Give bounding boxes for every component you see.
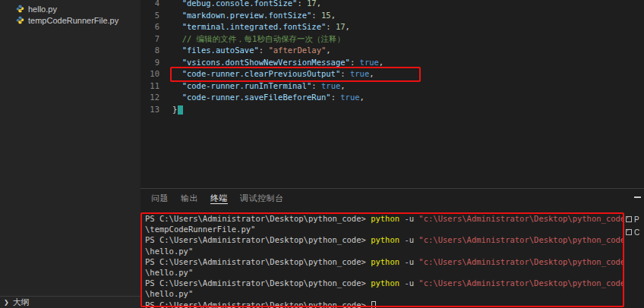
line-number: 6 (140, 21, 159, 33)
line-number: 7 (140, 33, 159, 46)
terminal-icon (626, 229, 632, 235)
terminal-line: \hello.py" (145, 267, 624, 278)
terminal-line: PS C:\Users\Administrator\Desktop\python… (145, 234, 624, 245)
terminal-line: \hello.py" (145, 288, 624, 299)
line-number: 10 (140, 68, 159, 80)
panel-tab-terminal[interactable]: 终端 (204, 189, 234, 207)
terminal-line: PS C:\Users\Administrator\Desktop\python… (145, 278, 624, 288)
file-list: hello.pytempCodeRunnerFile.py (0, 0, 140, 26)
code-editor[interactable]: 4 "debug.console.fontSize": 17,5 "markdo… (140, 0, 644, 188)
code-line: 11 "code-runner.runInTerminal": true, (140, 80, 644, 93)
file-name: hello.py (28, 5, 57, 14)
line-number: 8 (140, 45, 159, 57)
explorer-sidebar: hello.pytempCodeRunnerFile.py ❯ 大纲 (0, 0, 140, 308)
code-line: 9 "vsicons.dontShowNewVersionMessage": t… (140, 57, 644, 69)
file-item-hello-py[interactable]: hello.py (0, 3, 140, 14)
python-icon (16, 5, 24, 13)
file-name: tempCodeRunnerFile.py (28, 16, 118, 25)
terminal-instance-list: PC (624, 214, 644, 237)
terminal-line: \hello.py" (145, 246, 624, 256)
line-number: 9 (140, 57, 159, 69)
panel-tab-bar: 问题输出终端调试控制台 (140, 189, 644, 207)
panel-tab-problems[interactable]: 问题 (145, 189, 175, 207)
terminal-line: PS C:\Users\Administrator\Desktop\python… (145, 256, 624, 267)
terminal-list-item[interactable]: P (624, 214, 644, 225)
code-line: 4 "debug.console.fontSize": 17, (140, 0, 644, 10)
bottom-panel: 问题输出终端调试控制台 PS C:\Users\Administrator\De… (140, 188, 644, 308)
terminal-list-item[interactable]: C (624, 227, 644, 237)
panel-tab-output[interactable]: 输出 (175, 189, 204, 207)
editor-cursor (178, 105, 183, 115)
line-number: 12 (140, 92, 159, 104)
file-item-tempCodeRunnerFile-py[interactable]: tempCodeRunnerFile.py (0, 14, 140, 26)
terminal-icon (626, 216, 632, 222)
terminal-list-label: C (634, 228, 639, 237)
editor-area: 4 "debug.console.fontSize": 17,5 "markdo… (140, 0, 644, 308)
line-number: 4 (140, 0, 159, 10)
chevron-right-icon: ❯ (4, 299, 9, 306)
code-line: 6 "terminal.integrated.fontSize": 17, (140, 21, 644, 33)
panel-tab-debug-console[interactable]: 调试控制台 (234, 189, 290, 207)
terminal-cursor (371, 301, 376, 308)
code-line: 10 "code-runner.clearPreviousOutput": tr… (140, 68, 644, 80)
line-number: 5 (140, 10, 159, 22)
terminal-list-label: P (634, 215, 639, 224)
terminal-line: PS C:\Users\Administrator\Desktop\python… (145, 213, 624, 224)
code-line: 7 // 编辑的文件，每1秒自动保存一次（注释） (140, 33, 644, 46)
code-line: 12 "code-runner.saveFileBeforeRun": true… (140, 92, 644, 104)
code-line: 13} (140, 104, 644, 116)
line-number: 11 (140, 80, 159, 93)
line-number: 13 (140, 104, 159, 116)
outline-section-header[interactable]: ❯ 大纲 (0, 296, 140, 308)
outline-label: 大纲 (13, 297, 30, 308)
panel-minimize-icon[interactable] (634, 196, 641, 198)
terminal-line: PS C:\Users\Administrator\Desktop\python… (145, 300, 624, 308)
python-icon (16, 16, 24, 24)
code-line: 8 "files.autoSave": "afterDelay", (140, 45, 644, 57)
terminal-line: \tempCodeRunnerFile.py" (145, 224, 624, 234)
code-lines: 4 "debug.console.fontSize": 17,5 "markdo… (140, 0, 644, 115)
code-line: 5 "markdown.preview.fontSize": 15, (140, 10, 644, 22)
terminal-output[interactable]: PS C:\Users\Administrator\Desktop\python… (140, 209, 624, 308)
vscode-window: hello.pytempCodeRunnerFile.py ❯ 大纲 4 "de… (0, 0, 644, 308)
